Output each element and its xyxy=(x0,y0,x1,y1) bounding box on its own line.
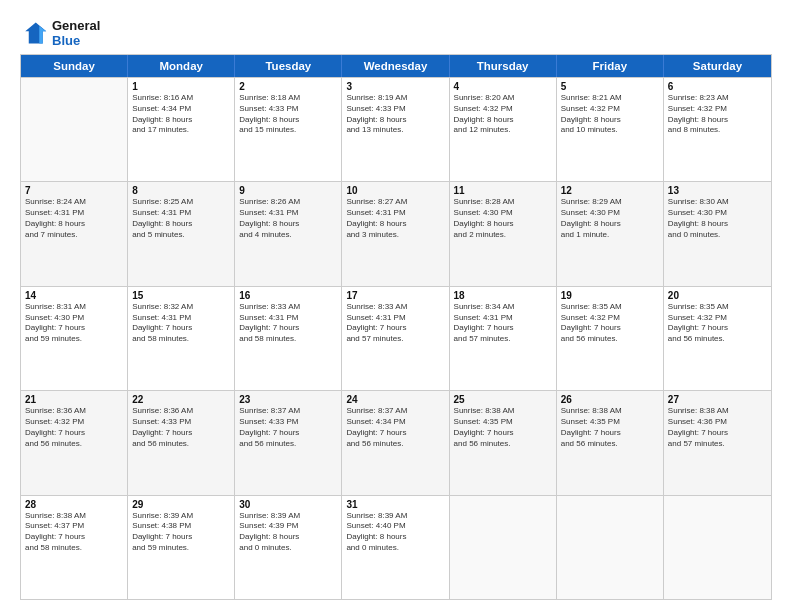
cell-info: Sunrise: 8:39 AM Sunset: 4:38 PM Dayligh… xyxy=(132,511,230,554)
cell-info: Sunrise: 8:19 AM Sunset: 4:33 PM Dayligh… xyxy=(346,93,444,136)
calendar-cell: 1Sunrise: 8:16 AM Sunset: 4:34 PM Daylig… xyxy=(128,78,235,181)
logo-text: General Blue xyxy=(52,18,100,48)
cell-info: Sunrise: 8:38 AM Sunset: 4:37 PM Dayligh… xyxy=(25,511,123,554)
calendar-cell: 15Sunrise: 8:32 AM Sunset: 4:31 PM Dayli… xyxy=(128,287,235,390)
header: General Blue xyxy=(20,18,772,48)
cell-info: Sunrise: 8:30 AM Sunset: 4:30 PM Dayligh… xyxy=(668,197,767,240)
calendar-cell: 16Sunrise: 8:33 AM Sunset: 4:31 PM Dayli… xyxy=(235,287,342,390)
calendar-cell: 7Sunrise: 8:24 AM Sunset: 4:31 PM Daylig… xyxy=(21,182,128,285)
calendar-row: 14Sunrise: 8:31 AM Sunset: 4:30 PM Dayli… xyxy=(21,286,771,390)
cell-date: 5 xyxy=(561,81,659,92)
calendar-cell: 3Sunrise: 8:19 AM Sunset: 4:33 PM Daylig… xyxy=(342,78,449,181)
calendar-cell: 25Sunrise: 8:38 AM Sunset: 4:35 PM Dayli… xyxy=(450,391,557,494)
cell-date: 19 xyxy=(561,290,659,301)
cell-date: 28 xyxy=(25,499,123,510)
cell-date: 4 xyxy=(454,81,552,92)
cell-date: 18 xyxy=(454,290,552,301)
cell-info: Sunrise: 8:21 AM Sunset: 4:32 PM Dayligh… xyxy=(561,93,659,136)
calendar-cell: 26Sunrise: 8:38 AM Sunset: 4:35 PM Dayli… xyxy=(557,391,664,494)
cell-date: 23 xyxy=(239,394,337,405)
cell-info: Sunrise: 8:28 AM Sunset: 4:30 PM Dayligh… xyxy=(454,197,552,240)
cell-info: Sunrise: 8:38 AM Sunset: 4:36 PM Dayligh… xyxy=(668,406,767,449)
cell-date: 6 xyxy=(668,81,767,92)
cell-info: Sunrise: 8:35 AM Sunset: 4:32 PM Dayligh… xyxy=(668,302,767,345)
cell-info: Sunrise: 8:26 AM Sunset: 4:31 PM Dayligh… xyxy=(239,197,337,240)
cell-date: 31 xyxy=(346,499,444,510)
calendar-cell: 11Sunrise: 8:28 AM Sunset: 4:30 PM Dayli… xyxy=(450,182,557,285)
cell-date: 9 xyxy=(239,185,337,196)
cell-date: 20 xyxy=(668,290,767,301)
calendar-cell xyxy=(21,78,128,181)
cell-date: 17 xyxy=(346,290,444,301)
cell-date: 1 xyxy=(132,81,230,92)
cell-info: Sunrise: 8:37 AM Sunset: 4:34 PM Dayligh… xyxy=(346,406,444,449)
cell-date: 27 xyxy=(668,394,767,405)
cell-date: 2 xyxy=(239,81,337,92)
cell-info: Sunrise: 8:16 AM Sunset: 4:34 PM Dayligh… xyxy=(132,93,230,136)
cell-date: 26 xyxy=(561,394,659,405)
cell-info: Sunrise: 8:23 AM Sunset: 4:32 PM Dayligh… xyxy=(668,93,767,136)
cell-info: Sunrise: 8:20 AM Sunset: 4:32 PM Dayligh… xyxy=(454,93,552,136)
cell-date: 24 xyxy=(346,394,444,405)
calendar: Sunday Monday Tuesday Wednesday Thursday… xyxy=(20,54,772,600)
calendar-cell: 5Sunrise: 8:21 AM Sunset: 4:32 PM Daylig… xyxy=(557,78,664,181)
header-wednesday: Wednesday xyxy=(342,55,449,77)
calendar-cell: 2Sunrise: 8:18 AM Sunset: 4:33 PM Daylig… xyxy=(235,78,342,181)
cell-date: 3 xyxy=(346,81,444,92)
calendar-cell: 21Sunrise: 8:36 AM Sunset: 4:32 PM Dayli… xyxy=(21,391,128,494)
cell-info: Sunrise: 8:37 AM Sunset: 4:33 PM Dayligh… xyxy=(239,406,337,449)
cell-info: Sunrise: 8:24 AM Sunset: 4:31 PM Dayligh… xyxy=(25,197,123,240)
calendar-cell: 6Sunrise: 8:23 AM Sunset: 4:32 PM Daylig… xyxy=(664,78,771,181)
calendar-row: 28Sunrise: 8:38 AM Sunset: 4:37 PM Dayli… xyxy=(21,495,771,599)
calendar-cell: 24Sunrise: 8:37 AM Sunset: 4:34 PM Dayli… xyxy=(342,391,449,494)
calendar-cell: 9Sunrise: 8:26 AM Sunset: 4:31 PM Daylig… xyxy=(235,182,342,285)
cell-info: Sunrise: 8:31 AM Sunset: 4:30 PM Dayligh… xyxy=(25,302,123,345)
cell-info: Sunrise: 8:35 AM Sunset: 4:32 PM Dayligh… xyxy=(561,302,659,345)
cell-info: Sunrise: 8:39 AM Sunset: 4:40 PM Dayligh… xyxy=(346,511,444,554)
calendar-cell: 29Sunrise: 8:39 AM Sunset: 4:38 PM Dayli… xyxy=(128,496,235,599)
cell-date: 14 xyxy=(25,290,123,301)
cell-info: Sunrise: 8:33 AM Sunset: 4:31 PM Dayligh… xyxy=(239,302,337,345)
calendar-cell: 30Sunrise: 8:39 AM Sunset: 4:39 PM Dayli… xyxy=(235,496,342,599)
cell-date: 12 xyxy=(561,185,659,196)
cell-info: Sunrise: 8:34 AM Sunset: 4:31 PM Dayligh… xyxy=(454,302,552,345)
calendar-cell: 31Sunrise: 8:39 AM Sunset: 4:40 PM Dayli… xyxy=(342,496,449,599)
calendar-cell: 14Sunrise: 8:31 AM Sunset: 4:30 PM Dayli… xyxy=(21,287,128,390)
calendar-cell: 23Sunrise: 8:37 AM Sunset: 4:33 PM Dayli… xyxy=(235,391,342,494)
header-thursday: Thursday xyxy=(450,55,557,77)
calendar-cell: 17Sunrise: 8:33 AM Sunset: 4:31 PM Dayli… xyxy=(342,287,449,390)
cell-info: Sunrise: 8:25 AM Sunset: 4:31 PM Dayligh… xyxy=(132,197,230,240)
page: General Blue Sunday Monday Tuesday Wedne… xyxy=(0,0,792,612)
calendar-header: Sunday Monday Tuesday Wednesday Thursday… xyxy=(21,55,771,77)
calendar-cell: 27Sunrise: 8:38 AM Sunset: 4:36 PM Dayli… xyxy=(664,391,771,494)
calendar-row: 7Sunrise: 8:24 AM Sunset: 4:31 PM Daylig… xyxy=(21,181,771,285)
header-monday: Monday xyxy=(128,55,235,77)
cell-date: 22 xyxy=(132,394,230,405)
cell-info: Sunrise: 8:36 AM Sunset: 4:32 PM Dayligh… xyxy=(25,406,123,449)
logo: General Blue xyxy=(20,18,100,48)
calendar-cell: 18Sunrise: 8:34 AM Sunset: 4:31 PM Dayli… xyxy=(450,287,557,390)
cell-date: 16 xyxy=(239,290,337,301)
cell-date: 15 xyxy=(132,290,230,301)
calendar-row: 21Sunrise: 8:36 AM Sunset: 4:32 PM Dayli… xyxy=(21,390,771,494)
cell-date: 13 xyxy=(668,185,767,196)
cell-date: 11 xyxy=(454,185,552,196)
cell-info: Sunrise: 8:39 AM Sunset: 4:39 PM Dayligh… xyxy=(239,511,337,554)
logo-icon xyxy=(20,19,48,47)
cell-info: Sunrise: 8:29 AM Sunset: 4:30 PM Dayligh… xyxy=(561,197,659,240)
cell-date: 10 xyxy=(346,185,444,196)
calendar-cell: 20Sunrise: 8:35 AM Sunset: 4:32 PM Dayli… xyxy=(664,287,771,390)
calendar-row: 1Sunrise: 8:16 AM Sunset: 4:34 PM Daylig… xyxy=(21,77,771,181)
cell-date: 25 xyxy=(454,394,552,405)
cell-info: Sunrise: 8:38 AM Sunset: 4:35 PM Dayligh… xyxy=(454,406,552,449)
cell-info: Sunrise: 8:32 AM Sunset: 4:31 PM Dayligh… xyxy=(132,302,230,345)
cell-info: Sunrise: 8:18 AM Sunset: 4:33 PM Dayligh… xyxy=(239,93,337,136)
calendar-body: 1Sunrise: 8:16 AM Sunset: 4:34 PM Daylig… xyxy=(21,77,771,599)
calendar-cell xyxy=(557,496,664,599)
header-sunday: Sunday xyxy=(21,55,128,77)
calendar-cell: 4Sunrise: 8:20 AM Sunset: 4:32 PM Daylig… xyxy=(450,78,557,181)
calendar-cell: 13Sunrise: 8:30 AM Sunset: 4:30 PM Dayli… xyxy=(664,182,771,285)
header-tuesday: Tuesday xyxy=(235,55,342,77)
cell-date: 21 xyxy=(25,394,123,405)
cell-date: 8 xyxy=(132,185,230,196)
